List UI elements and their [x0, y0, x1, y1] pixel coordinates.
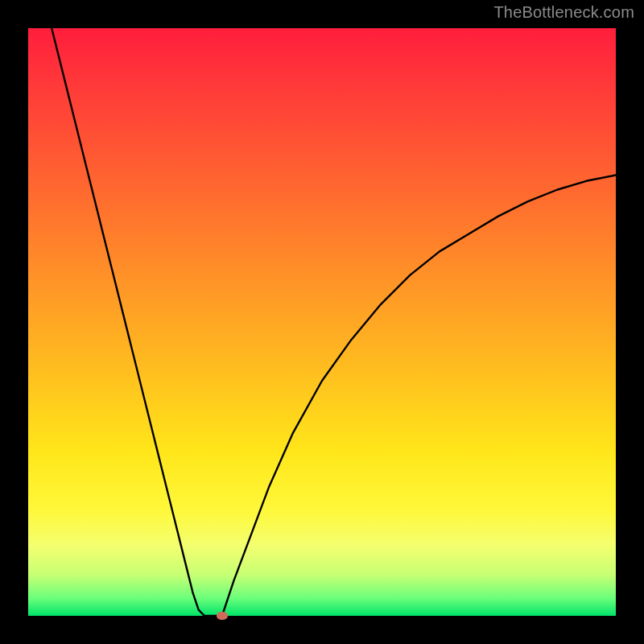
plot-area — [28, 28, 616, 616]
chart-frame: TheBottleneck.com — [0, 0, 644, 644]
curve-svg — [28, 28, 616, 616]
bottleneck-curve — [52, 28, 616, 616]
min-marker — [217, 612, 228, 620]
watermark-text: TheBottleneck.com — [493, 3, 634, 22]
